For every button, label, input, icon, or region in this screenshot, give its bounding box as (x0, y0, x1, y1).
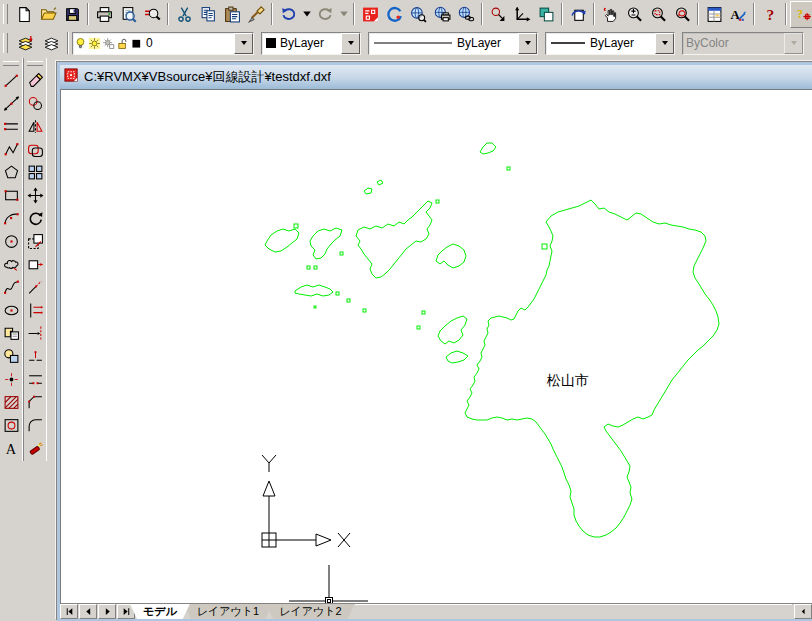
red-panel-button[interactable] (358, 2, 382, 26)
map-island[interactable] (356, 201, 432, 278)
mirror-button[interactable] (24, 115, 46, 138)
point-button[interactable] (0, 368, 22, 391)
insert-block-button[interactable] (0, 322, 22, 345)
scroll-left-button[interactable] (794, 604, 812, 619)
copy-object-button[interactable] (24, 92, 46, 115)
layer-combo[interactable]: 0 (72, 32, 254, 55)
arc-button[interactable] (0, 207, 22, 230)
design-center-button[interactable]: A (726, 2, 750, 26)
zoom-realtime-button[interactable] (622, 2, 646, 26)
toolbar-grip[interactable] (3, 61, 19, 66)
color-dropdown-button[interactable] (341, 33, 360, 54)
line-button[interactable] (0, 69, 22, 92)
spline-button[interactable] (0, 276, 22, 299)
map-islet[interactable] (422, 311, 425, 314)
map-islet[interactable] (307, 266, 310, 269)
copy-button[interactable] (196, 2, 220, 26)
make-layer-current-button[interactable] (12, 31, 38, 55)
tab-layout2[interactable]: レイアウト2 (266, 604, 354, 619)
trim-button[interactable] (24, 299, 46, 322)
map-island[interactable] (446, 351, 468, 363)
scale-button[interactable] (24, 230, 46, 253)
help-button[interactable]: ? (758, 2, 782, 26)
zoom-window-button[interactable] (646, 2, 670, 26)
viewport-squares-button[interactable] (534, 2, 558, 26)
revision-cloud-button[interactable] (0, 253, 22, 276)
save-button[interactable] (60, 2, 84, 26)
map-city-boundary[interactable] (465, 200, 719, 537)
tab-layout1[interactable]: レイアウト1 (184, 604, 272, 619)
sun-on-icon[interactable] (87, 35, 101, 51)
lineweight-dropdown-button[interactable] (655, 33, 674, 54)
array-button[interactable] (24, 161, 46, 184)
multiline-button[interactable] (0, 115, 22, 138)
break-button[interactable] (24, 368, 46, 391)
map-island[interactable] (265, 229, 299, 252)
format-painter-button[interactable] (244, 2, 268, 26)
linetype-dropdown-button[interactable] (518, 33, 537, 54)
properties-palette-button[interactable] (702, 2, 726, 26)
region-button[interactable] (0, 414, 22, 437)
circle-button[interactable] (0, 230, 22, 253)
stretch-button[interactable] (24, 253, 46, 276)
map-islet[interactable] (314, 266, 317, 269)
toolbar-grip[interactable] (3, 4, 8, 24)
make-block-button[interactable] (0, 345, 22, 368)
new-file-button[interactable] (12, 2, 36, 26)
drawing-window-titlebar[interactable]: C:¥RVMX¥VBsource¥回線設計¥testdxf.dxf (60, 65, 812, 89)
layer-dropdown-button[interactable] (234, 33, 253, 54)
map-islet[interactable] (507, 167, 510, 170)
rectangle-button[interactable] (0, 184, 22, 207)
multiline-text-button[interactable]: A (0, 437, 22, 460)
break-at-point-button[interactable] (24, 345, 46, 368)
map-islet[interactable] (436, 200, 439, 203)
color-chip-icon[interactable] (129, 35, 143, 51)
map-islet[interactable] (542, 244, 547, 249)
first-tab-button[interactable] (60, 604, 78, 619)
zoom-previous-button[interactable] (670, 2, 694, 26)
offset-button[interactable] (24, 138, 46, 161)
axes-button[interactable] (510, 2, 534, 26)
tab-model[interactable]: モデル (130, 604, 190, 619)
map-island[interactable] (295, 285, 333, 296)
map-island[interactable] (480, 143, 496, 154)
open-file-button[interactable] (36, 2, 60, 26)
construction-line-button[interactable] (0, 92, 22, 115)
context-help-button[interactable]: ? (790, 1, 812, 28)
map-island[interactable] (436, 244, 466, 268)
explode-button[interactable] (24, 437, 46, 460)
cut-button[interactable] (172, 2, 196, 26)
polygon-button[interactable] (0, 161, 22, 184)
polyline-button[interactable] (0, 138, 22, 161)
toolbar-grip[interactable] (27, 61, 43, 66)
map-islet[interactable] (417, 326, 420, 329)
globe-search-button[interactable] (406, 2, 430, 26)
rotate-view-button[interactable] (566, 2, 590, 26)
globe-link-button[interactable] (454, 2, 478, 26)
sun-vp-icon[interactable] (101, 35, 115, 51)
fillet-button[interactable] (24, 414, 46, 437)
pan-hand-button[interactable] (598, 2, 622, 26)
dropdown-arrow-button[interactable] (300, 2, 313, 26)
map-islet[interactable] (336, 292, 339, 295)
find-text-button[interactable] (140, 2, 164, 26)
toolbar-grip[interactable] (3, 33, 8, 53)
undo-button[interactable] (276, 2, 300, 26)
map-islet[interactable] (314, 306, 316, 308)
map-islet[interactable] (294, 224, 298, 228)
unlock-icon[interactable] (115, 35, 129, 51)
extend-button[interactable] (24, 322, 46, 345)
globe-print-button[interactable] (430, 2, 454, 26)
ellipse-button[interactable] (0, 299, 22, 322)
web-swoosh-button[interactable] (382, 2, 406, 26)
print-preview-button[interactable] (116, 2, 140, 26)
erase-button[interactable] (24, 69, 46, 92)
map-island[interactable] (438, 316, 467, 344)
bulb-on-icon[interactable] (73, 35, 87, 51)
next-tab-button[interactable] (98, 604, 116, 619)
lineweight-combo[interactable]: ByLayer (545, 32, 675, 55)
map-islet[interactable] (347, 299, 350, 302)
map-islet[interactable] (340, 252, 343, 255)
color-combo[interactable]: ByLayer (261, 32, 361, 55)
linetype-combo[interactable]: ByLayer (368, 32, 538, 55)
